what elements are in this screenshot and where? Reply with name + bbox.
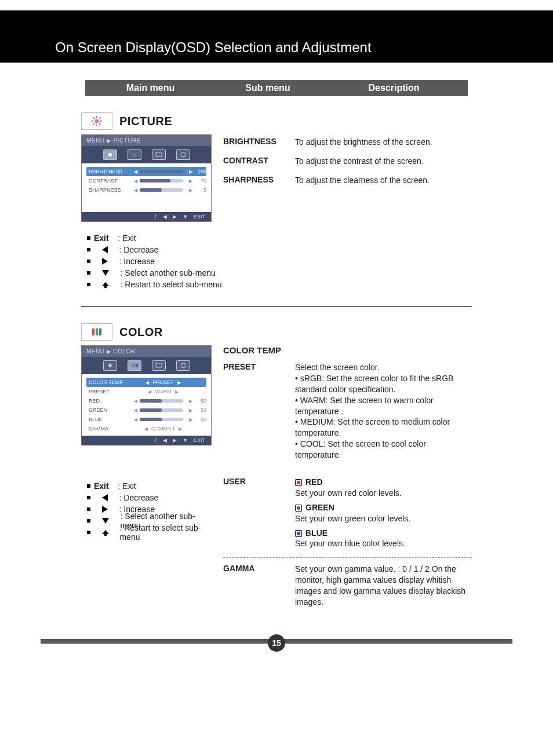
nav-left-icon[interactable]: ◀ — [163, 214, 167, 220]
user-description: RED Set your own red color levels. GREEN… — [295, 477, 472, 549]
user-red-desc: Set your own red color levels. — [295, 488, 472, 499]
legend-color: Exit : Exit : Decrease : Increase : Sele… — [87, 480, 212, 538]
left-arrow-icon: ◀ — [134, 188, 137, 193]
osd-tab-screen[interactable] — [152, 360, 166, 371]
osd-label: BRIGHTNESS — [86, 169, 132, 174]
osd-picture-nav: ⤴ ◀ ▶ ▼ EXIT — [82, 212, 211, 221]
down-arrow-icon — [102, 270, 109, 276]
svg-line-7 — [93, 123, 94, 125]
osd-row-preset[interactable]: PRESET ◀WARM▶ — [86, 387, 206, 396]
osd-picture-body: BRIGHTNESS ◀ ▶ 100 CONTRAST ◀ ▶ 70 — [82, 163, 211, 212]
legend-up: : Restart to select sub-menu — [121, 280, 222, 289]
osd-row-blue[interactable]: BLUE ◀▶ 50 — [86, 415, 206, 424]
osd-tab-picture[interactable] — [103, 149, 117, 160]
user-blue-label: BLUE — [305, 528, 328, 538]
nav-down-icon[interactable]: ▼ — [183, 437, 188, 443]
nav-right-icon[interactable]: ▶ — [173, 214, 177, 220]
osd-picture-tabs — [82, 146, 211, 163]
osd-select: WARM — [155, 389, 171, 395]
section-divider — [81, 306, 472, 307]
nav-restart-icon[interactable]: ⤴ — [154, 437, 157, 443]
user-green-label: GREEN — [305, 503, 334, 512]
down-arrow-icon — [102, 518, 109, 524]
osd-row-contrast[interactable]: CONTRAST ◀ ▶ 70 — [86, 176, 206, 185]
desc-user: USER RED Set your own red color levels. … — [223, 477, 472, 549]
legend-exit-label: Exit — [94, 233, 109, 243]
osd-label: GREEN — [86, 407, 132, 413]
nav-down-icon[interactable]: ▼ — [183, 214, 188, 220]
dashed-divider — [223, 557, 472, 558]
osd-value: 100 — [195, 169, 206, 174]
section-picture-title: PICTURE — [119, 115, 172, 128]
osd-row-gamma[interactable]: GAMMA ◀GAMMA 1▶ — [86, 424, 206, 433]
col-sub-menu: Sub menu — [216, 83, 320, 93]
desc-text: To adjust the clearness of the screen. — [295, 175, 472, 186]
svg-point-23 — [181, 363, 185, 368]
legend-exit-label: Exit — [94, 481, 109, 491]
page-header: On Screen Display(OSD) Selection and Adj… — [0, 10, 553, 63]
svg-line-5 — [93, 117, 94, 119]
color-descriptions: COLOR TEMP PRESET Select the screen colo… — [223, 345, 472, 616]
svg-line-6 — [99, 123, 101, 125]
svg-line-8 — [99, 117, 101, 119]
user-red-label: RED — [305, 477, 323, 487]
osd-label: COLOR TEMP — [86, 379, 132, 385]
osd-label: RED — [86, 398, 132, 404]
green-bullet-icon — [295, 505, 302, 512]
osd-tab-color[interactable] — [128, 360, 141, 371]
osd-color-panel: MENU ▶ COLOR COLOR TEMP ◀PRESET▶ — [81, 345, 212, 445]
osd-tab-setup[interactable] — [176, 360, 190, 371]
osd-row-colortemp[interactable]: COLOR TEMP ◀PRESET▶ — [86, 378, 206, 387]
osd-color-body: COLOR TEMP ◀PRESET▶ PRESET ◀WARM▶ RED ◀▶ — [82, 374, 211, 436]
legend-exit-desc: : Exit — [118, 233, 136, 243]
osd-tab-screen[interactable] — [152, 149, 166, 160]
svg-rect-13 — [156, 152, 162, 156]
left-arrow-icon — [102, 494, 108, 501]
right-arrow-icon — [102, 258, 108, 265]
osd-tab-color[interactable] — [128, 149, 141, 160]
col-main-menu: Main menu — [85, 83, 216, 93]
left-arrow-icon — [102, 246, 108, 253]
osd-color-breadcrumb: MENU ▶ COLOR — [82, 346, 211, 357]
svg-rect-21 — [136, 364, 138, 367]
nav-right-icon[interactable]: ▶ — [173, 437, 177, 443]
osd-tab-setup[interactable] — [176, 149, 190, 160]
osd-tab-picture[interactable] — [103, 360, 117, 371]
picture-descriptions: BRIGHTNESS To adjust the brightness of t… — [223, 134, 472, 194]
osd-picture-panel: MENU ▶ PICTURE BRIGHTNESS ◀ ▶ 100 — [81, 134, 212, 222]
osd-value: 5 — [195, 187, 206, 193]
section-picture-title-row: PICTURE — [81, 112, 472, 130]
osd-row-green[interactable]: GREEN ◀▶ 50 — [86, 406, 206, 415]
sub-preset: PRESET — [223, 362, 287, 371]
nav-exit[interactable]: EXIT — [194, 437, 205, 443]
svg-point-18 — [108, 364, 112, 367]
osd-label: PRESET — [86, 389, 132, 395]
preset-srgb: • sRGB: Set the screen color to fit the … — [295, 373, 472, 395]
up-return-icon — [102, 529, 108, 536]
osd-row-sharpness[interactable]: SHARPNESS ◀ ▶ 5 — [86, 185, 206, 195]
right-arrow-icon: ▶ — [189, 169, 192, 174]
osd-label: CONTRAST — [86, 178, 132, 184]
legend-left: : Decrease — [119, 493, 159, 502]
desc-sharpness: SHARPNESS To adjust the clearness of the… — [223, 175, 472, 186]
preset-cool: • COOL: Set the screen to cool color tem… — [295, 439, 472, 461]
picture-row: MENU ▶ PICTURE BRIGHTNESS ◀ ▶ 100 — [81, 134, 472, 222]
manual-page: On Screen Display(OSD) Selection and Adj… — [0, 10, 553, 756]
legend-left: : Decrease — [119, 245, 159, 254]
col-description: Description — [320, 83, 468, 93]
osd-row-brightness[interactable]: BRIGHTNESS ◀ ▶ 100 — [86, 167, 206, 176]
svg-rect-16 — [96, 328, 98, 335]
osd-picture-breadcrumb: MENU ▶ PICTURE — [82, 135, 211, 146]
preset-intro: Select the screen color. — [295, 362, 472, 373]
color-bars-icon — [81, 323, 112, 341]
nav-left-icon[interactable]: ◀ — [163, 437, 167, 443]
page-content: Main menu Sub menu Description PICTURE M… — [0, 63, 553, 616]
nav-restart-icon[interactable]: ⤴ — [154, 214, 157, 220]
svg-point-14 — [181, 152, 185, 157]
osd-value: 50 — [195, 407, 206, 413]
svg-rect-22 — [156, 363, 162, 367]
osd-row-red[interactable]: RED ◀▶ 50 — [86, 396, 206, 406]
nav-exit[interactable]: EXIT — [194, 214, 205, 220]
osd-label: BLUE — [86, 417, 132, 422]
osd-select: PRESET — [152, 379, 173, 385]
